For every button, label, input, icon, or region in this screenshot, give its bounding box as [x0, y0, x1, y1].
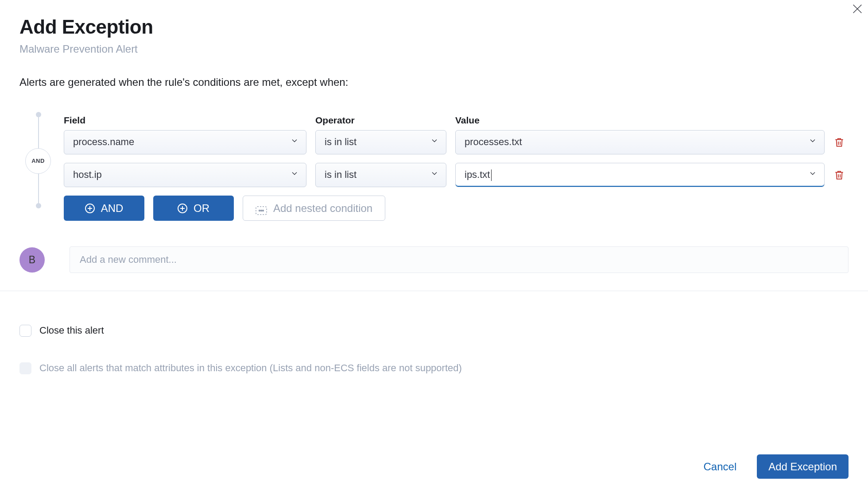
add-exception-modal: Add Exception Malware Prevention Alert A…: [0, 0, 868, 492]
svg-point-9: [263, 210, 264, 211]
value-column-header: Value: [455, 114, 825, 127]
close-this-alert-option[interactable]: Close this alert: [19, 324, 849, 338]
chevron-down-icon: [290, 168, 299, 182]
add-nested-condition-button[interactable]: Add nested condition: [243, 196, 385, 221]
value-select-value: processes.txt: [465, 135, 522, 149]
button-label: AND: [101, 201, 124, 216]
value-select[interactable]: ips.txt: [455, 163, 825, 187]
intro-text: Alerts are generated when the rule's con…: [0, 56, 868, 90]
close-icon[interactable]: [851, 3, 864, 15]
field-select[interactable]: host.ip: [64, 163, 306, 187]
add-or-button[interactable]: OR: [153, 196, 234, 221]
plus-circle-icon: [85, 204, 95, 213]
field-column-header: Field: [64, 114, 306, 127]
close-all-alerts-option: Close all alerts that match attributes i…: [19, 361, 849, 375]
field-select-value: host.ip: [73, 168, 102, 182]
checkbox-label: Close this alert: [39, 324, 104, 338]
value-select[interactable]: processes.txt: [455, 130, 825, 154]
logic-badge: AND: [25, 148, 51, 174]
chevron-down-icon: [290, 135, 299, 149]
add-and-button[interactable]: AND: [64, 196, 144, 221]
operator-select[interactable]: is in list: [315, 130, 446, 154]
condition-row: host.ip is in list ips.txt: [64, 163, 852, 187]
cancel-button[interactable]: Cancel: [704, 461, 737, 473]
svg-point-7: [259, 210, 260, 211]
logic-rail: AND: [0, 114, 64, 207]
checkbox-label: Close all alerts that match attributes i…: [39, 361, 462, 375]
field-select[interactable]: process.name: [64, 130, 306, 154]
checkbox: [19, 362, 31, 374]
comment-placeholder: Add a new comment...: [80, 253, 177, 267]
field-select-value: process.name: [73, 135, 134, 149]
checkbox[interactable]: [19, 325, 31, 337]
text-caret: [491, 169, 492, 181]
svg-point-8: [261, 210, 262, 211]
trash-icon[interactable]: [833, 169, 845, 181]
button-label: Add nested condition: [273, 201, 372, 216]
avatar: B: [19, 247, 45, 273]
operator-select-value: is in list: [325, 168, 356, 182]
chevron-down-icon: [430, 168, 439, 182]
avatar-letter: B: [29, 253, 35, 267]
chevron-down-icon: [430, 135, 439, 149]
operator-select[interactable]: is in list: [315, 163, 446, 187]
trash-icon[interactable]: [833, 137, 845, 148]
chevron-down-icon: [808, 135, 817, 149]
add-exception-button[interactable]: Add Exception: [757, 454, 849, 479]
comment-input[interactable]: Add a new comment...: [70, 246, 849, 273]
button-label: OR: [194, 201, 209, 216]
condition-row: process.name is in list processes.txt: [64, 130, 852, 154]
plus-circle-icon: [178, 204, 187, 213]
nested-icon: [256, 204, 267, 213]
operator-select-value: is in list: [325, 135, 356, 149]
modal-subtitle: Malware Prevention Alert: [19, 42, 868, 57]
value-select-value: ips.txt: [465, 168, 490, 182]
modal-title: Add Exception: [19, 13, 868, 41]
operator-column-header: Operator: [315, 114, 446, 127]
chevron-down-icon: [808, 168, 817, 182]
